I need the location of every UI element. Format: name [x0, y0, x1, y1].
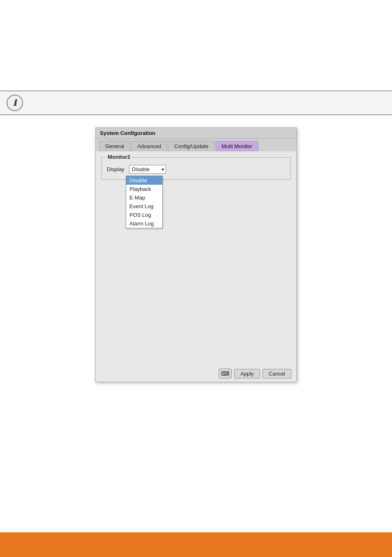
dialog-title: System Configuration: [100, 130, 155, 136]
tab-bar: General Advanced Config/Update Multi Mon…: [96, 139, 296, 151]
tab-advanced[interactable]: Advanced: [131, 141, 167, 151]
bottom-orange-bar: [0, 532, 392, 557]
cancel-button[interactable]: Cancel: [263, 369, 291, 378]
tab-config-update[interactable]: Config/Update: [168, 141, 214, 151]
info-icon: ℹ: [7, 95, 23, 111]
dropdown-item-alarmlog[interactable]: Alarm Log: [126, 219, 162, 228]
system-config-dialog: System Configuration General Advanced Co…: [95, 128, 297, 382]
spacer: [0, 395, 392, 477]
dropdown-item-poslog[interactable]: POS Log: [126, 211, 162, 219]
tab-multi-monitor[interactable]: Multi Monitor: [215, 141, 258, 151]
display-label: Display: [107, 166, 126, 172]
dialog-body: Monitor2 Display Disable Playback E-Map …: [96, 151, 296, 365]
monitor2-label: Monitor2: [106, 154, 132, 160]
dialog-footer: ⌨ Apply Cancel: [96, 365, 296, 382]
display-select-wrapper[interactable]: Disable Playback E-Map Event Log POS Log…: [129, 165, 166, 174]
dialog-titlebar: System Configuration: [96, 128, 296, 139]
monitor2-group: Monitor2 Display Disable Playback E-Map …: [101, 157, 291, 180]
dropdown-item-disable[interactable]: Disable: [126, 176, 162, 185]
dropdown-item-emap[interactable]: E-Map: [126, 193, 162, 202]
main-content: System Configuration General Advanced Co…: [0, 115, 392, 395]
display-row: Display Disable Playback E-Map Event Log…: [107, 165, 285, 174]
info-bar: ℹ: [0, 91, 392, 115]
dropdown-list[interactable]: Disable Playback E-Map Event Log POS Log: [126, 176, 163, 228]
dropdown-item-playback[interactable]: Playback: [126, 185, 162, 193]
tab-general[interactable]: General: [99, 141, 130, 151]
keyboard-icon[interactable]: ⌨: [219, 369, 232, 378]
top-whitespace: [0, 0, 392, 91]
dropdown-item-eventlog[interactable]: Event Log: [126, 202, 162, 211]
display-select[interactable]: Disable Playback E-Map Event Log POS Log…: [129, 165, 166, 174]
apply-button[interactable]: Apply: [234, 369, 260, 378]
